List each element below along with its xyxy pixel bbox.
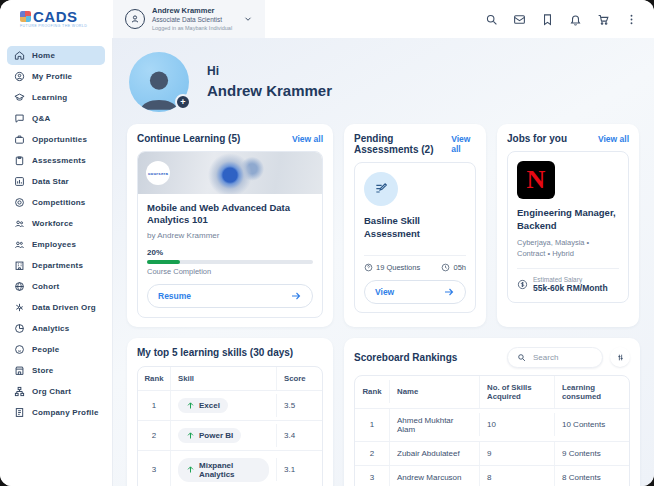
sidebar-item-data-star[interactable]: Data Star — [7, 172, 105, 191]
jobs-title: Jobs for you — [507, 133, 567, 144]
continue-learning-view-all[interactable]: View all — [292, 134, 323, 144]
sidebar-item-workforce[interactable]: Workforce — [7, 214, 105, 233]
continue-learning-title: Continue Learning (5) — [137, 133, 240, 144]
course-card[interactable]: coursera Mobile and Web Advanced Data An… — [137, 151, 323, 318]
view-button[interactable]: View — [364, 280, 466, 304]
sidebar-item-departments[interactable]: Departments — [7, 256, 105, 275]
sidebar-item-label: Cohort — [32, 282, 59, 291]
col-score: Score — [276, 367, 322, 390]
sidebar-item-opportunities[interactable]: Opportunities — [7, 130, 105, 149]
avatar[interactable]: + — [129, 52, 189, 112]
table-row[interactable]: 1 Ahmed Mukhtar Alam 10 10 Contents — [355, 408, 629, 441]
sidebar-item-analytics[interactable]: Analytics — [7, 319, 105, 338]
assessment-card[interactable]: Basline Skill Assessment 19 Questions 05… — [354, 162, 476, 313]
table-row[interactable]: 3 Andrew Marcuson 8 8 Contents — [355, 465, 629, 486]
chat-icon — [14, 113, 25, 124]
mail-icon[interactable] — [513, 13, 526, 26]
sidebar-item-store[interactable]: Store — [7, 361, 105, 380]
col-rank: Rank — [138, 367, 170, 390]
continue-learning-card: Continue Learning (5) View all coursera … — [127, 124, 333, 327]
pending-assessments-card: Pending Assessments (2) View all Basline… — [344, 124, 486, 327]
sidebar-item-learning[interactable]: Learning — [7, 88, 105, 107]
bell-icon[interactable] — [569, 13, 582, 26]
cart-icon[interactable] — [597, 13, 610, 26]
salary-row: Estimated Salary 55k-60k RM/Month — [517, 268, 619, 293]
jobs-card: Jobs for you View all N Engineering Mana… — [497, 124, 639, 327]
salary-label: Estimated Salary — [533, 276, 608, 283]
scoreboard-search[interactable] — [507, 347, 603, 368]
sidebar-item-qa[interactable]: Q&A — [7, 109, 105, 128]
greeting: + Hi Andrew Krammer — [129, 52, 640, 112]
job-title: Engineering Manager, Backend — [517, 207, 619, 233]
course-progress-percent: 20% — [147, 248, 313, 257]
up-arrow-icon — [186, 465, 195, 474]
sidebar-item-my-profile[interactable]: My Profile — [7, 67, 105, 86]
user-avatar-icon — [125, 9, 145, 29]
top-skills-card: My top 5 learning skills (30 days) Rank … — [127, 338, 333, 486]
assessment-duration: 05h — [441, 263, 466, 272]
main-content: + Hi Andrew Krammer Continue Learning (5… — [113, 38, 654, 486]
course-author: by Andrew Krammer — [147, 231, 313, 240]
table-row[interactable]: 2 Power BI 3.4 — [138, 420, 322, 450]
sidebar-item-org-chart[interactable]: Org Chart — [7, 382, 105, 401]
sidebar-item-label: My Profile — [32, 72, 72, 81]
course-banner-image: coursera — [138, 152, 322, 194]
top-skills-title: My top 5 learning skills (30 days) — [137, 347, 293, 358]
table-row[interactable]: 1 Excel 3.5 — [138, 390, 322, 420]
sidebar-item-people[interactable]: People — [7, 340, 105, 359]
sidebar-item-label: Data Driven Org — [32, 303, 96, 312]
bar-chart-icon — [14, 176, 25, 187]
avatar-plus-badge[interactable]: + — [175, 94, 191, 110]
sidebar-item-label: Assessments — [32, 156, 86, 165]
sidebar: Home My Profile Learning Q&A Opportuniti… — [0, 38, 113, 486]
sidebar-item-label: Competitions — [32, 198, 86, 207]
top-header: CADS FUTURE PROOFING THE WORLD Andrew Kr… — [0, 0, 654, 38]
jobs-view-all[interactable]: View all — [598, 134, 629, 144]
scoreboard-title: Scoreboard Rankings — [354, 352, 457, 363]
job-card-item[interactable]: N Engineering Manager, Backend Cyberjaya… — [507, 151, 629, 303]
filter-icon — [616, 353, 625, 362]
search-input[interactable] — [531, 352, 593, 363]
salary-value: 55k-60k RM/Month — [533, 283, 608, 293]
sidebar-item-assessments[interactable]: Assessments — [7, 151, 105, 170]
clipboard-icon — [14, 155, 25, 166]
search-icon — [517, 353, 526, 362]
skills-header-row: Rank Skill Score — [138, 367, 322, 390]
view-button-label: View — [375, 287, 394, 297]
sidebar-item-label: Employees — [32, 240, 76, 249]
progress-label: Course Completion — [147, 267, 313, 276]
greeting-name: Andrew Krammer — [207, 80, 332, 103]
profile-icon — [14, 71, 25, 82]
sidebar-item-cohort[interactable]: Cohort — [7, 277, 105, 296]
sidebar-item-label: People — [32, 345, 59, 354]
sidebar-item-data-driven-org[interactable]: Data Driven Org — [7, 298, 105, 317]
pending-assessments-view-all[interactable]: View all — [451, 134, 476, 154]
network-icon — [14, 302, 25, 313]
arrow-right-icon — [443, 286, 455, 298]
col-skills-acquired: No. of Skills Acquired — [479, 376, 554, 408]
app-window: CADS FUTURE PROOFING THE WORLD Andrew Kr… — [0, 0, 654, 486]
progress-bar-fill — [147, 260, 180, 264]
sidebar-item-employees[interactable]: Employees — [7, 235, 105, 254]
filter-button[interactable] — [610, 347, 630, 367]
table-row[interactable]: 3 Mixpanel Analytics 3.1 — [138, 450, 322, 486]
assessment-icon — [364, 172, 398, 206]
table-row[interactable]: 2 Zubair Abdulateef 9 9 Contents — [355, 441, 629, 465]
question-icon — [364, 263, 373, 272]
scoreboard-table: Rank Name No. of Skills Acquired Learnin… — [354, 375, 630, 486]
user-menu[interactable]: Andrew Krammer Associate Data Scientist … — [113, 0, 265, 38]
sidebar-item-competitions[interactable]: Competitions — [7, 193, 105, 212]
kebab-menu-icon[interactable] — [625, 13, 638, 26]
sidebar-item-home[interactable]: Home — [7, 46, 105, 65]
sidebar-item-label: Company Profile — [32, 408, 99, 417]
search-icon[interactable] — [485, 13, 498, 26]
bookmark-icon[interactable] — [541, 13, 554, 26]
col-rank: Rank — [355, 380, 389, 403]
logo[interactable]: CADS FUTURE PROOFING THE WORLD — [0, 0, 113, 38]
sidebar-item-label: Data Star — [32, 177, 69, 186]
resume-button[interactable]: Resume — [147, 284, 313, 308]
user-login-note: Logged in as Maybank Individual — [152, 25, 232, 32]
sidebar-item-company-profile[interactable]: Company Profile — [7, 403, 105, 422]
org-chart-icon — [14, 386, 25, 397]
assessment-questions: 19 Questions — [364, 263, 420, 272]
